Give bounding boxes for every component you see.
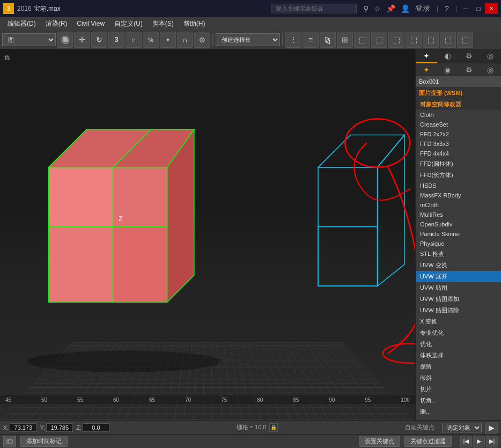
modifier-multires[interactable]: MultiRes [416,210,501,219]
modifier-volselect[interactable]: 体积选择 [416,350,501,361]
modifier-uvw-unwrap[interactable]: UVW 展开 [416,271,501,282]
percent-btn[interactable]: % [143,32,159,48]
modifier-hsds[interactable]: HSDS [416,181,501,190]
search-icon[interactable]: ⚲ [362,3,370,14]
menu-bar: 编辑器(D) 渲染(R) Civil View 自定义(U) 脚本(S) 帮助(… [0,17,501,30]
minimize-btn[interactable]: ─ [459,3,472,14]
close-btn[interactable]: × [485,3,498,14]
modifier-opensubdiv[interactable]: OpenSubdiv [416,219,501,229]
x-value[interactable]: 73.173 [10,423,36,432]
icon-btn2[interactable]: ⬚ [371,32,387,48]
icon-btn5[interactable]: ⬚ [423,32,439,48]
tab-hierarchy[interactable]: ⚙ [459,49,480,63]
icon-btn6[interactable]: ⬚ [440,32,456,48]
icon-btn3[interactable]: ⬚ [388,32,404,48]
svg-marker-8 [48,167,113,227]
menu-render[interactable]: 渲染(R) [41,18,72,30]
align-btn[interactable]: ≡ [303,32,319,48]
snap-btn[interactable]: 🔘 [57,32,73,48]
auto-keyframe-label: 自动关键点 [405,423,434,431]
modifier-ffd2[interactable]: FFD 2x2x2 [416,129,501,139]
modifier-list[interactable]: Cloth CreaseSet FFD 2x2x2 FFD 3x3x3 FFD … [416,110,501,420]
svg-text:Z: Z [119,215,122,223]
modifier-slice[interactable]: 切片 [416,384,501,395]
app-icon: 3 [3,3,14,14]
ruler-70: 70 [185,397,191,403]
modifier-preserve[interactable]: 保留 [416,361,501,372]
ruler-45: 45 [5,397,11,403]
maximize-btn[interactable]: □ [472,3,485,14]
play-btn[interactable]: ▶ [473,436,485,447]
modifier-physique[interactable]: Physique [416,239,501,248]
layer-btn[interactable]: ⊞ [337,32,353,48]
viewport[interactable]: Z 透 45 50 55 60 65 70 [0,49,415,420]
grid-field: 栅格 = 10.0 [237,423,267,431]
panel-icon-2[interactable]: ◉ [444,65,451,74]
mirror-btn[interactable]: ⧎ [320,32,336,48]
modifier-creaseset[interactable]: CreaseSet [416,120,501,129]
modifier-uvw-clear[interactable]: UVW 贴图清除 [416,305,501,316]
modifier-uvw-add[interactable]: UVW 贴图添加 [416,293,501,305]
lock-icon[interactable]: 🔒 [269,423,278,432]
login-label[interactable]: 登录 [414,3,431,14]
modifier-skew[interactable]: 倾斜 [416,372,501,384]
modifier-stl[interactable]: STL 检查 [416,248,501,260]
menu-help[interactable]: 帮助(H) [179,18,210,30]
modifier-ffd3[interactable]: FFD 3x3x3 [416,139,501,149]
selection-dropdown[interactable]: 创建选择集 [216,33,280,46]
menu-civil-view[interactable]: Civil View [72,19,109,28]
z-label: Z: [76,424,82,431]
playback-icon[interactable]: ▶ [485,422,498,434]
circle-btn[interactable]: ⊕ [194,32,210,48]
menu-script[interactable]: 脚本(S) [148,18,178,30]
modifier-uvw-transform[interactable]: UVW 变换 [416,260,501,271]
icon-btn7[interactable]: ⬚ [457,32,473,48]
cap-btn[interactable]: ∩ [126,32,142,48]
modifier-optimize[interactable]: 优化 [416,339,501,350]
modifier-particle[interactable]: Particle Skinner [416,229,501,239]
separator2 [282,33,283,46]
next-frame-btn[interactable]: ▶| [486,436,498,447]
rotate-btn[interactable]: ↻ [91,32,107,48]
tab-create[interactable]: ✦ [416,49,437,63]
snap2-btn[interactable]: ⋮ [285,32,301,48]
modifier-ffd-box[interactable]: FFD(长方体) [416,170,501,181]
y-value[interactable]: 19.785 [46,423,73,432]
num3-btn[interactable]: 3 [108,32,124,48]
cap2-btn[interactable]: ∩ [177,32,193,48]
modifier-massfx[interactable]: MassFX RBody [416,190,501,200]
panel-icon-4[interactable]: ◎ [487,65,493,74]
modifier-mcloth[interactable]: mCloth [416,200,501,210]
help-icon[interactable]: ? [444,3,450,14]
modifier-uvw-map[interactable]: UVW 贴图 [416,282,501,293]
search-input[interactable] [271,4,357,13]
set-key-btn[interactable]: 设置关键点 [359,436,400,447]
select-target-dropdown[interactable]: 选定对象 [442,423,482,432]
view-select[interactable]: 图 [2,33,56,46]
tab-modify[interactable]: ◐ [437,49,459,63]
tab-display[interactable]: ◎ [480,49,501,63]
timeline-icon[interactable] [3,436,16,447]
icon-btn1[interactable]: ⬚ [354,32,370,48]
dot-btn[interactable]: • [160,32,176,48]
modifier-delete[interactable]: 删... [416,406,501,417]
filter-btn[interactable]: 关键点过滤器 [404,436,452,447]
modifier-x-transform[interactable]: X 变换 [416,316,501,327]
menu-customize[interactable]: 自定义(U) [110,18,147,30]
user-icon[interactable]: 👤 [400,3,411,14]
icon-btn4[interactable]: ⬚ [406,32,422,48]
add-time-btn[interactable]: 添加时间标记 [20,436,68,447]
prev-frame-btn[interactable]: |◀ [460,436,472,447]
modifier-ffd4[interactable]: FFD 4x4x4 [416,149,501,158]
modifier-prooptimizer[interactable]: 专业优化 [416,327,501,339]
panel-icon-3[interactable]: ⚙ [466,65,473,74]
modifier-chamfer[interactable]: 切角... [416,395,501,406]
modifier-cloth[interactable]: Cloth [416,110,501,120]
move-btn[interactable]: ✛ [74,32,90,48]
pin-icon[interactable]: 📌 [385,3,396,14]
panel-icon-1[interactable]: ✦ [423,65,430,74]
modifier-ffd-cyl[interactable]: FFD(圆柱体) [416,158,501,170]
z-value[interactable]: 0.0 [83,423,109,432]
menu-editor[interactable]: 编辑器(D) [3,18,40,30]
star-icon[interactable]: ☆ [373,3,382,14]
